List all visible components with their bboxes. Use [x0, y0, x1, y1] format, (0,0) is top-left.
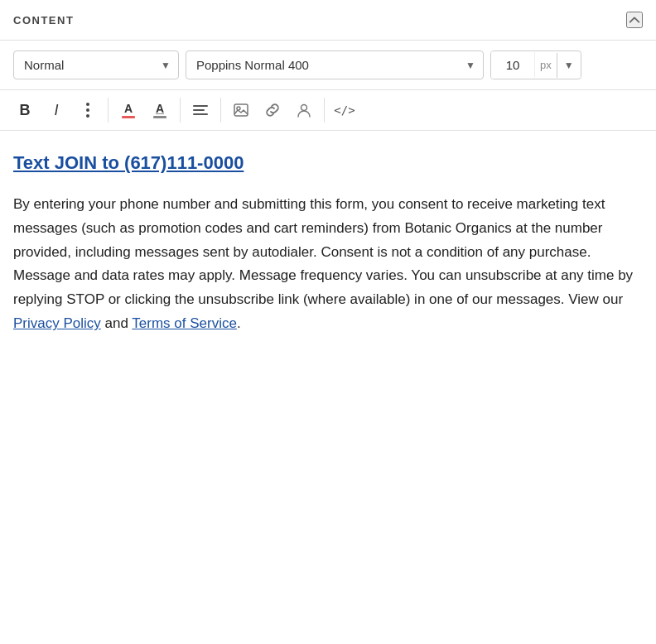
image-button[interactable] [226, 95, 256, 125]
heading-link[interactable]: Text JOIN to (617)111-0000 [13, 151, 643, 176]
text-background-icon: A [153, 103, 166, 118]
person-button[interactable] [289, 95, 319, 125]
text-background-button[interactable]: A [145, 95, 175, 125]
align-button[interactable] [186, 95, 215, 125]
link-icon [264, 102, 281, 118]
privacy-policy-link[interactable]: Privacy Policy [13, 315, 101, 331]
font-size-unit: px [534, 52, 557, 78]
toolbar-divider-2 [180, 98, 181, 123]
toolbar-divider-1 [108, 98, 109, 123]
svg-point-5 [301, 105, 307, 111]
more-options-button[interactable] [73, 95, 103, 125]
font-size-wrapper: 10 px ▼ [490, 50, 581, 79]
font-select-wrapper: Poppins Normal 400 Arial Georgia Helveti… [186, 50, 484, 79]
font-select[interactable]: Poppins Normal 400 Arial Georgia Helveti… [186, 50, 484, 79]
text-color-button[interactable]: A [113, 95, 143, 125]
content-header: CONTENT [0, 0, 656, 41]
and-text: and [101, 315, 133, 331]
toolbar-divider-3 [220, 98, 221, 123]
svg-rect-3 [234, 104, 248, 116]
toolbar-row2: B I A A [0, 90, 656, 131]
collapse-button[interactable] [626, 12, 643, 28]
content-body: By entering your phone number and submit… [13, 193, 643, 336]
text-color-icon: A [122, 103, 135, 118]
font-size-chevron-button[interactable]: ▼ [557, 53, 581, 78]
code-button[interactable]: </> [330, 95, 359, 125]
link-button[interactable] [258, 95, 287, 125]
font-size-input[interactable]: 10 [491, 51, 534, 79]
period: . [237, 315, 241, 331]
content-header-title: CONTENT [13, 14, 74, 26]
bold-button[interactable]: B [10, 95, 40, 125]
italic-button[interactable]: I [41, 95, 71, 125]
person-icon [296, 102, 312, 118]
align-icon [192, 102, 209, 118]
style-select-wrapper: Normal Heading 1 Heading 2 Heading 3 ▼ [13, 50, 179, 79]
code-icon: </> [334, 103, 355, 117]
toolbar-row1: Normal Heading 1 Heading 2 Heading 3 ▼ P… [0, 41, 656, 90]
image-icon [233, 102, 249, 118]
style-select[interactable]: Normal Heading 1 Heading 2 Heading 3 [13, 50, 179, 79]
terms-link[interactable]: Terms of Service [132, 315, 237, 331]
body-text: By entering your phone number and submit… [13, 196, 633, 308]
content-area: Text JOIN to (617)111-0000 By entering y… [0, 131, 656, 356]
more-options-icon [86, 103, 89, 118]
toolbar-divider-4 [324, 98, 325, 123]
